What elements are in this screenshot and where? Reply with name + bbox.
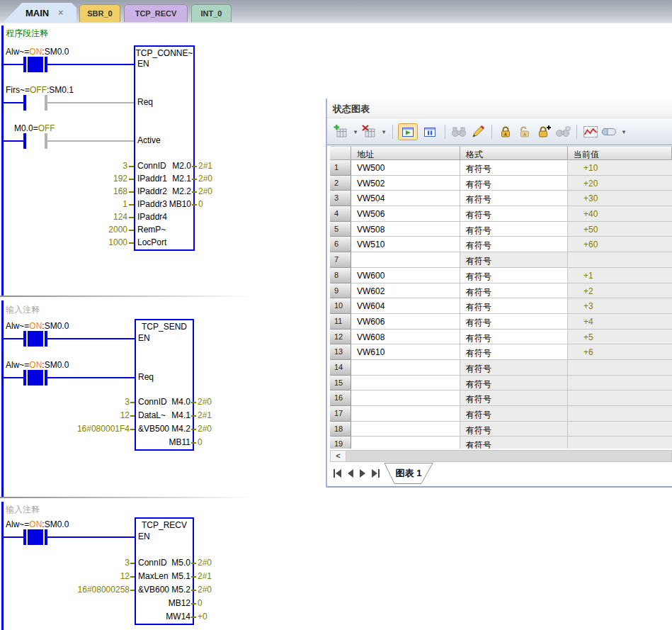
format-cell[interactable]: 有符号 [460, 437, 568, 449]
format-cell[interactable]: 有符号 [460, 330, 568, 345]
value-cell[interactable]: +40 [568, 206, 672, 222]
row-number[interactable]: 14 [330, 360, 351, 376]
format-cell[interactable]: 有符号 [460, 160, 568, 176]
value-cell[interactable] [568, 360, 672, 376]
format-cell[interactable]: 有符号 [460, 222, 568, 237]
corner-header-cell[interactable] [330, 146, 351, 160]
value-cell[interactable]: +3 [568, 298, 672, 314]
format-cell[interactable]: 有符号 [460, 360, 568, 376]
value-cell[interactable]: +4 [568, 314, 672, 330]
row-number[interactable]: 12 [330, 330, 351, 345]
address-cell[interactable]: VW504 [351, 191, 460, 206]
function-block-tcp-send[interactable]: TCP_SEND EN Req ConnID DataL~ &VB500 M4.… [135, 319, 194, 451]
column-header-format[interactable]: 格式 [460, 146, 568, 160]
format-cell[interactable]: 有符号 [460, 422, 568, 437]
first-chart-icon[interactable] [333, 469, 342, 478]
row-number[interactable]: 17 [330, 406, 351, 422]
network-comment[interactable]: 输入注释 [6, 304, 40, 316]
network-comment[interactable]: 程序段注释 [6, 28, 48, 40]
row-number[interactable]: 6 [330, 237, 351, 252]
row-number[interactable]: 7 [330, 252, 351, 268]
address-cell[interactable]: VW608 [351, 330, 460, 345]
format-cell[interactable]: 有符号 [460, 283, 568, 299]
next-chart-icon[interactable] [359, 469, 366, 478]
last-chart-icon[interactable] [371, 469, 380, 478]
bookmark-button[interactable] [601, 124, 618, 140]
format-cell[interactable]: 有符号 [460, 252, 568, 268]
address-cell[interactable] [351, 252, 460, 268]
address-cell[interactable]: VW508 [351, 222, 460, 237]
column-header-value[interactable]: 当前值 [568, 146, 672, 160]
value-cell[interactable]: +50 [568, 222, 672, 237]
row-number[interactable]: 11 [330, 314, 351, 330]
row-number[interactable]: 8 [330, 268, 351, 283]
row-number[interactable]: 5 [330, 222, 351, 237]
tab-sbr0[interactable]: SBR_0 [79, 4, 120, 22]
dropdown-arrow-icon[interactable]: ▾ [620, 128, 627, 135]
normally-open-contact[interactable] [28, 57, 43, 72]
trend-view-button[interactable] [582, 124, 599, 140]
address-cell[interactable]: VW606 [351, 314, 460, 330]
insert-row-button[interactable] [333, 124, 350, 140]
address-cell[interactable]: VW500 [351, 160, 460, 176]
delete-row-button[interactable] [361, 124, 378, 140]
value-cell[interactable]: +20 [568, 176, 672, 191]
address-cell[interactable]: VW506 [351, 206, 460, 222]
network-comment[interactable]: 输入注释 [6, 504, 40, 516]
address-cell[interactable] [351, 376, 460, 391]
value-cell[interactable] [568, 252, 672, 268]
normally-open-contact[interactable] [28, 331, 43, 347]
function-block-tcp-recv[interactable]: TCP_RECV EN ConnID MaxLen &VB600 M5.0 M5… [135, 517, 194, 625]
function-block-tcp-connect[interactable]: TCP_CONNE~ EN Req Active ConnID IPaddr1 … [134, 45, 195, 251]
sheet-tab-chart1[interactable]: 图表 1 [381, 463, 436, 485]
address-cell[interactable]: VW604 [351, 298, 460, 314]
write-all-pencil-button[interactable] [469, 124, 486, 140]
value-cell[interactable]: +30 [568, 191, 672, 206]
row-number[interactable]: 9 [330, 283, 351, 299]
chart-status-start-button[interactable] [398, 123, 418, 140]
read-all-button[interactable] [450, 124, 467, 140]
address-cell[interactable] [351, 422, 460, 437]
row-number[interactable]: 1 [330, 160, 351, 176]
address-cell[interactable] [351, 360, 460, 376]
read-force-button[interactable] [554, 124, 571, 140]
format-cell[interactable]: 有符号 [460, 390, 568, 406]
chart-status-pause-button[interactable] [420, 123, 440, 140]
row-number[interactable]: 19 [330, 437, 351, 449]
format-cell[interactable]: 有符号 [460, 176, 568, 191]
close-icon[interactable]: × [58, 8, 63, 18]
value-cell[interactable]: +60 [568, 237, 672, 252]
value-cell[interactable]: +6 [568, 344, 672, 360]
value-cell[interactable]: +1 [568, 268, 672, 283]
value-cell[interactable] [568, 437, 672, 449]
address-cell[interactable]: VW602 [351, 283, 460, 299]
row-number[interactable]: 4 [330, 206, 351, 222]
value-cell[interactable] [568, 422, 672, 437]
value-cell[interactable]: +5 [568, 330, 672, 345]
format-cell[interactable]: 有符号 [460, 298, 568, 314]
scroll-left-icon[interactable]: < [331, 451, 346, 461]
normally-open-contact[interactable] [28, 529, 43, 545]
address-cell[interactable] [351, 390, 460, 406]
value-cell[interactable]: +2 [568, 283, 672, 299]
tab-tcprecv[interactable]: TCP_RECV [124, 4, 188, 22]
normally-open-contact[interactable] [28, 370, 43, 386]
value-cell[interactable] [568, 376, 672, 391]
tab-main[interactable]: MAIN × [3, 3, 76, 23]
column-header-address[interactable]: 地址 [351, 146, 460, 160]
address-cell[interactable]: VW600 [351, 268, 460, 283]
value-cell[interactable] [568, 406, 672, 422]
unforce-button[interactable] [516, 124, 533, 140]
address-cell[interactable]: VW510 [351, 237, 460, 252]
row-number[interactable]: 16 [330, 390, 351, 406]
row-number[interactable]: 18 [330, 422, 351, 437]
dropdown-arrow-icon[interactable]: ▾ [352, 128, 359, 135]
format-cell[interactable]: 有符号 [460, 314, 568, 330]
format-cell[interactable]: 有符号 [460, 268, 568, 283]
value-cell[interactable]: +10 [568, 160, 672, 176]
format-cell[interactable]: 有符号 [460, 376, 568, 391]
address-cell[interactable]: VW610 [351, 344, 460, 360]
prev-chart-icon[interactable] [347, 469, 354, 478]
row-number[interactable]: 10 [330, 298, 351, 314]
tab-int0[interactable]: INT_0 [191, 4, 232, 22]
